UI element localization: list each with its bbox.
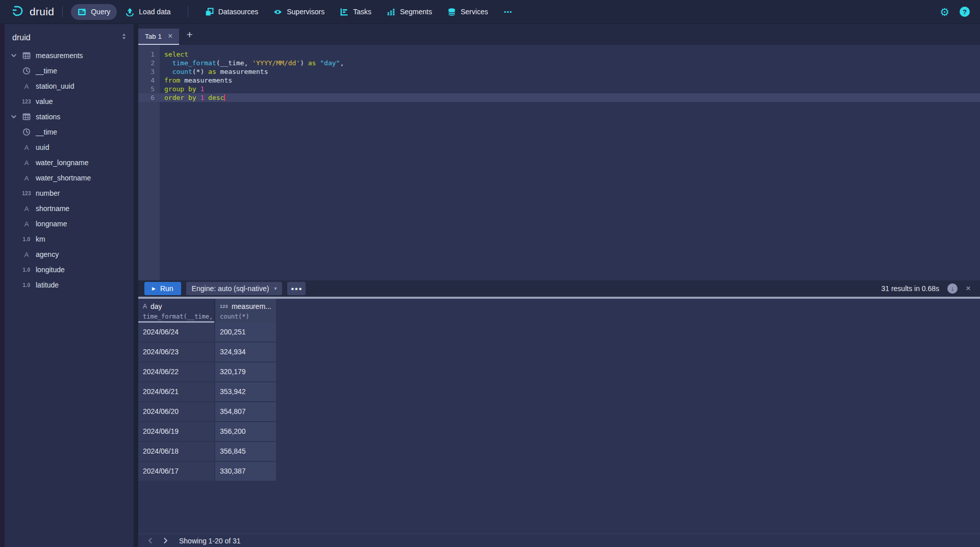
token: group by — [164, 85, 196, 93]
string-type-icon: A — [22, 144, 31, 151]
nav-item-label: Datasources — [218, 8, 259, 16]
nav-item-datasources[interactable]: Datasources — [198, 4, 265, 20]
run-button[interactable]: ▶ Run — [144, 282, 181, 295]
settings-gear-icon[interactable]: ⚙ — [940, 7, 949, 17]
results-cell[interactable]: 2024/06/22 — [138, 362, 215, 382]
column-name-text: measurem... — [232, 302, 271, 310]
code-line-1[interactable]: 1select — [138, 50, 980, 59]
sidebar-main-divider[interactable] — [134, 24, 138, 547]
column-label: water_shortname — [36, 174, 91, 182]
nav-item-label: Segments — [400, 8, 432, 16]
tab-1[interactable]: Tab 1 × — [138, 29, 179, 45]
sidebar-column-number[interactable]: 123number — [5, 186, 134, 201]
sql-editor[interactable]: 1select2 time_format(__time, 'YYYY/MM/dd… — [138, 45, 980, 280]
results-column-header-2[interactable]: 123measurem...count(*) — [215, 299, 276, 323]
string-glyph: A — [24, 205, 29, 213]
druid-logo-icon — [11, 4, 25, 20]
sidebar-column-water_longname[interactable]: Awater_longname — [5, 155, 134, 170]
code-line-3[interactable]: 3 count(*) as measurements — [138, 67, 980, 76]
sidebar-column-water_shortname[interactable]: Awater_shortname — [5, 170, 134, 186]
add-tab-button[interactable]: + — [179, 29, 199, 40]
help-icon[interactable]: ? — [960, 7, 970, 17]
left-edge-strip — [0, 24, 5, 547]
sidebar-column-uuid[interactable]: Auuid — [5, 140, 134, 155]
results-cell[interactable]: 2024/06/24 — [138, 323, 215, 343]
string-glyph: A — [24, 159, 29, 167]
schema-name: druid — [12, 33, 31, 42]
code-line-5[interactable]: 5group by 1 — [138, 85, 980, 93]
chevron-down-icon[interactable] — [11, 114, 17, 120]
results-cell[interactable]: 356,845 — [215, 442, 276, 462]
brand[interactable]: druid — [11, 4, 54, 20]
token: __time — [220, 59, 244, 67]
sidebar-column-station_uuid[interactable]: Astation_uuid — [5, 79, 134, 94]
engine-select[interactable]: Engine: auto (sql-native) ▾ — [186, 282, 283, 295]
token — [204, 94, 208, 101]
close-results-icon[interactable]: × — [966, 284, 971, 293]
results-cell[interactable]: 330,387 — [215, 462, 276, 482]
nav-item-more[interactable] — [497, 4, 519, 20]
close-tab-icon[interactable]: × — [168, 32, 172, 40]
sidebar-table-measurements[interactable]: measurements — [5, 48, 134, 63]
sidebar-column-__time[interactable]: __time — [5, 63, 134, 79]
number-type-icon: 123 — [22, 191, 31, 196]
sidebar-column-longitude[interactable]: 1.0longitude — [5, 262, 134, 277]
code-line-6[interactable]: 6order by 1 desc — [138, 93, 980, 102]
results-cell[interactable]: 200,251 — [215, 323, 276, 343]
chevron-down-icon[interactable] — [11, 53, 17, 59]
results-cell[interactable]: 2024/06/21 — [138, 382, 215, 402]
results-cell[interactable]: 356,200 — [215, 422, 276, 442]
sidebar-column-longname[interactable]: Alongname — [5, 216, 134, 231]
time-type-icon — [22, 67, 31, 75]
results-cell[interactable]: 354,807 — [215, 402, 276, 422]
string-type-icon: A — [22, 205, 31, 213]
results-cell[interactable]: 324,934 — [215, 343, 276, 362]
sidebar-column-shortname[interactable]: Ashortname — [5, 201, 134, 216]
string-type-icon: A — [22, 220, 31, 228]
token: , — [340, 59, 344, 67]
schema-sidebar: druid measurements__timeAstation_uuid123… — [5, 24, 134, 547]
token: select — [164, 50, 188, 58]
nav-item-segments[interactable]: Segments — [380, 4, 439, 20]
schema-selector[interactable]: druid — [5, 24, 134, 47]
sidebar-column-km[interactable]: 1.0km — [5, 231, 134, 247]
sidebar-column-value[interactable]: 123value — [5, 94, 134, 109]
nav-item-services[interactable]: Services — [441, 4, 495, 20]
column-label: shortname — [36, 204, 69, 213]
nav-item-label: Load data — [139, 8, 170, 16]
run-toolbar: ▶ Run Engine: auto (sql-native) ▾ ●●● 31… — [138, 280, 980, 297]
results-cell[interactable]: 2024/06/20 — [138, 402, 215, 422]
results-cell[interactable]: 2024/06/18 — [138, 442, 215, 462]
results-cell[interactable]: 353,942 — [215, 382, 276, 402]
results-row: 2024/06/21353,942 — [138, 382, 980, 402]
sidebar-column-latitude[interactable]: 1.0latitude — [5, 277, 134, 293]
results-cell[interactable]: 2024/06/23 — [138, 343, 215, 362]
sidebar-table-stations[interactable]: stations — [5, 109, 134, 124]
results-cell[interactable]: 320,179 — [215, 362, 276, 382]
table-label: measurements — [36, 51, 83, 60]
string-type-glyph: A — [143, 303, 147, 310]
sidebar-column-__time[interactable]: __time — [5, 124, 134, 140]
sidebar-column-agency[interactable]: Aagency — [5, 247, 134, 262]
nav-item-query[interactable]: Query — [71, 4, 117, 20]
token: from — [164, 76, 180, 84]
results-cell[interactable]: 2024/06/17 — [138, 462, 215, 482]
code-line-4[interactable]: 4from measurements — [138, 76, 980, 85]
nav-item-load-data[interactable]: Load data — [119, 4, 177, 20]
nav-item-tasks[interactable]: Tasks — [333, 4, 378, 20]
query-more-button[interactable]: ●●● — [287, 282, 306, 295]
token: as — [308, 59, 316, 67]
download-icon[interactable]: ↓ — [947, 283, 958, 294]
run-label: Run — [160, 284, 173, 293]
nav-item-label: Services — [461, 8, 488, 16]
prev-page-icon[interactable] — [142, 535, 158, 547]
nav-item-supervisors[interactable]: Supervisors — [267, 4, 331, 20]
token: desc — [208, 94, 224, 101]
results-cell[interactable]: 2024/06/19 — [138, 422, 215, 442]
time-type-icon — [22, 128, 31, 136]
main-row: druid measurements__timeAstation_uuid123… — [0, 24, 980, 547]
upload-icon — [125, 8, 134, 16]
code-line-2[interactable]: 2 time_format(__time, 'YYYY/MM/dd') as "… — [138, 59, 980, 67]
results-column-header-1[interactable]: Adaytime_format(__time, … — [138, 299, 215, 323]
next-page-icon[interactable] — [158, 535, 173, 547]
